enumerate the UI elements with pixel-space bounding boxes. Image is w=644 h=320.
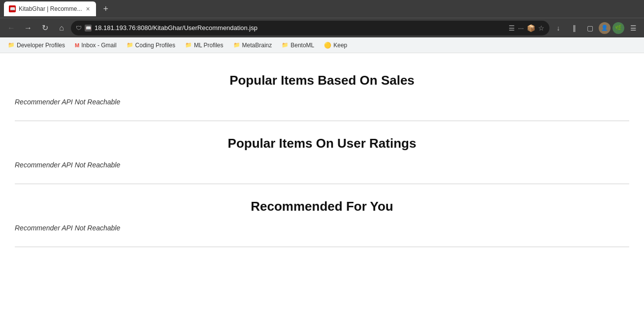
library-button[interactable]: ‖ <box>567 21 581 35</box>
folder-icon: 📁 <box>8 42 15 48</box>
browser-chrome: 📖 KitabGhar | Recomme... × + ← → ↻ ⌂ 🛡 📖… <box>0 0 644 53</box>
section-popular-sales: Popular Items Based On Sales Recommender… <box>15 63 629 116</box>
tab-favicon: 📖 <box>9 5 16 12</box>
reload-button[interactable]: ↻ <box>37 21 52 35</box>
forward-button[interactable]: → <box>21 21 35 35</box>
address-bar[interactable]: 🛡 📖 ☰ ··· 📦 ☆ <box>71 21 549 35</box>
address-bar-favicon: 📖 <box>85 25 92 32</box>
gmail-icon: M <box>75 42 79 48</box>
bookmark-bentoml[interactable]: 📁 BentoML <box>278 41 318 50</box>
toolbar: ← → ↻ ⌂ 🛡 📖 ☰ ··· 📦 ☆ ↓ ‖ ▢ 👤 🌿 ☰ <box>0 18 644 37</box>
new-tab-button[interactable]: + <box>99 2 113 16</box>
tab-bar: 📖 KitabGhar | Recomme... × + <box>0 0 644 18</box>
menu-button[interactable]: ☰ <box>626 21 640 35</box>
keep-icon: 🟡 <box>324 42 331 49</box>
browser-tab[interactable]: 📖 KitabGhar | Recomme... × <box>4 1 96 16</box>
folder-icon: 📁 <box>282 42 289 48</box>
bookmark-metabrainz[interactable]: 📁 MetaBrainz <box>229 41 276 50</box>
section-popular-ratings-title: Popular Items On User Ratings <box>15 136 629 151</box>
bookmark-inbox-gmail[interactable]: M Inbox - Gmail <box>71 41 121 50</box>
section-popular-ratings: Popular Items On User Ratings Recommende… <box>15 126 629 179</box>
sync-button[interactable]: ▢ <box>583 21 597 35</box>
section-recommended-you-title: Recommended For You <box>15 199 629 214</box>
more-button[interactable]: ··· <box>518 24 524 32</box>
bookmark-label: Developer Profiles <box>17 42 65 49</box>
back-button[interactable]: ← <box>4 21 19 35</box>
section-popular-sales-message: Recommender API Not Reachable <box>15 98 629 106</box>
section-recommended-you-message: Recommender API Not Reachable <box>15 224 629 232</box>
user-avatar-1[interactable]: 👤 <box>599 22 611 34</box>
address-bar-icons: ☰ ··· 📦 ☆ <box>509 24 545 32</box>
user-avatar-2[interactable]: 🌿 <box>612 22 624 34</box>
bookmark-label: Inbox - Gmail <box>81 42 116 49</box>
tab-close-button[interactable]: × <box>85 4 91 14</box>
bookmark-ml-profiles[interactable]: 📁 ML Profiles <box>181 41 227 50</box>
section-recommended-you: Recommended For You Recommender API Not … <box>15 189 629 242</box>
divider-2 <box>15 184 629 184</box>
bookmark-label: BentoML <box>290 42 314 49</box>
bookmark-star-icon[interactable]: ☆ <box>538 24 545 32</box>
bookmark-keep[interactable]: 🟡 Keep <box>320 41 351 50</box>
pocket-icon[interactable]: 📦 <box>527 24 535 32</box>
url-input[interactable] <box>95 24 506 32</box>
section-popular-sales-title: Popular Items Based On Sales <box>15 73 629 88</box>
bookmark-label: Keep <box>333 42 347 49</box>
reader-view-icon[interactable]: ☰ <box>509 24 515 32</box>
toolbar-right: ↓ ‖ ▢ 👤 🌿 ☰ <box>551 21 640 35</box>
bookmark-developer-profiles[interactable]: 📁 Developer Profiles <box>4 41 69 50</box>
bookmark-coding-profiles[interactable]: 📁 Coding Profiles <box>123 41 179 50</box>
bookmark-label: MetaBrainz <box>242 42 272 49</box>
download-button[interactable]: ↓ <box>551 21 565 35</box>
folder-icon: 📁 <box>127 42 133 48</box>
section-popular-ratings-message: Recommender API Not Reachable <box>15 161 629 169</box>
security-icon: 🛡 <box>76 25 82 32</box>
divider-3 <box>15 247 629 247</box>
folder-icon: 📁 <box>185 42 192 48</box>
bookmarks-bar: 📁 Developer Profiles M Inbox - Gmail 📁 C… <box>0 37 644 53</box>
bookmark-label: ML Profiles <box>194 42 224 49</box>
tab-label: KitabGhar | Recomme... <box>19 5 82 12</box>
page-content: Popular Items Based On Sales Recommender… <box>0 53 644 304</box>
bookmark-label: Coding Profiles <box>135 42 175 49</box>
home-button[interactable]: ⌂ <box>54 21 69 35</box>
divider-1 <box>15 121 629 121</box>
folder-icon: 📁 <box>233 42 240 48</box>
